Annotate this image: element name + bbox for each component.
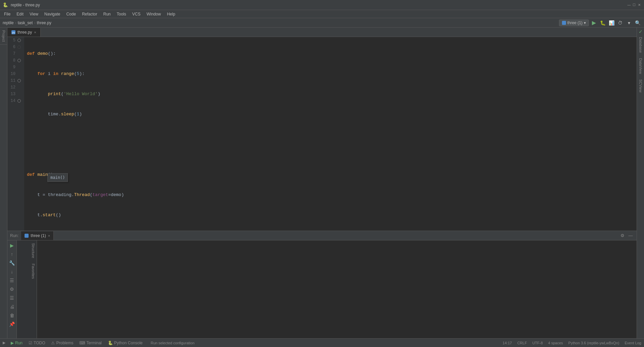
coverage-button[interactable]: 📊 bbox=[608, 19, 615, 27]
run-tab-three[interactable]: three (1) × bbox=[21, 231, 54, 240]
more-run-options[interactable]: ▾ bbox=[625, 19, 633, 27]
app-icon: 🐍 bbox=[3, 2, 8, 8]
database-label[interactable]: Database bbox=[639, 34, 643, 55]
dataview-label[interactable]: DataView bbox=[639, 55, 643, 77]
run-tab-close[interactable]: × bbox=[48, 234, 50, 238]
status-position[interactable]: 14:17 bbox=[502, 341, 512, 345]
search-everywhere-button[interactable]: 🔍 bbox=[634, 19, 641, 27]
menu-edit[interactable]: Edit bbox=[14, 11, 26, 17]
line-7: 7 bbox=[9, 50, 22, 57]
code-content[interactable]: def demo(): for i in range(5): print('He… bbox=[24, 37, 637, 231]
code-line-13: t.start() bbox=[27, 212, 634, 219]
favorites-label[interactable]: Favorites bbox=[17, 261, 37, 281]
status-message: Run selected configuration bbox=[151, 341, 194, 345]
menu-code[interactable]: Code bbox=[64, 11, 79, 17]
run-panel-settings[interactable]: ⚙ bbox=[619, 232, 626, 239]
status-encoding[interactable]: UTF-8 bbox=[532, 341, 543, 345]
sidebar-project[interactable]: Project bbox=[0, 28, 7, 45]
run-list-all-btn[interactable]: ☰ bbox=[8, 277, 16, 284]
run-tab-icon bbox=[25, 234, 29, 238]
menu-view[interactable]: View bbox=[27, 11, 41, 17]
menu-window[interactable]: Window bbox=[144, 11, 164, 17]
run-panel-minimize[interactable]: — bbox=[627, 232, 634, 239]
debug-button[interactable]: 🐛 bbox=[599, 19, 606, 27]
run-panel-label: Run: bbox=[10, 233, 18, 238]
run-wrench-btn[interactable]: 🔧 bbox=[8, 259, 16, 267]
run-config-area: three (1) ▾ ▶ 🐛 📊 ⏱ ▾ 🔍 bbox=[559, 19, 641, 27]
run-left-panel: Structure Favorites bbox=[17, 240, 37, 338]
menu-refactor[interactable]: Refactor bbox=[79, 11, 100, 17]
file-tab-three-py[interactable]: py three.py × bbox=[7, 28, 41, 37]
run-list-filter-btn[interactable]: ⚙ bbox=[8, 285, 16, 293]
status-left: ▶ ▶ Run ☑ TODO ⚠ Problems ⌨ Terminal 🐍 P… bbox=[3, 340, 145, 346]
profile-button[interactable]: ⏱ bbox=[616, 19, 624, 27]
panel-controls: ⚙ — bbox=[619, 232, 634, 239]
menu-file[interactable]: File bbox=[1, 11, 13, 17]
bottom-tab-run[interactable]: ▶ Run bbox=[8, 340, 25, 346]
run-config-name: three (1) bbox=[567, 21, 582, 25]
code-line-5: def demo(): bbox=[27, 50, 634, 57]
code-line-10 bbox=[27, 151, 634, 158]
scview-label[interactable]: SCView bbox=[639, 77, 643, 95]
run-config-dropdown-icon: ▾ bbox=[584, 21, 586, 25]
menu-run[interactable]: Run bbox=[100, 11, 113, 17]
run-pin-btn[interactable]: 📌 bbox=[8, 320, 16, 328]
bottom-tab-terminal[interactable]: ⌨ Terminal bbox=[77, 340, 104, 346]
status-indent[interactable]: 4 spaces bbox=[548, 341, 563, 345]
left-sidebar-panel: Project bbox=[0, 28, 7, 338]
breadcrumb-sep-2: › bbox=[34, 21, 35, 25]
line-9: 9 bbox=[9, 64, 22, 71]
run-trash-btn[interactable]: 🗑 bbox=[8, 312, 16, 319]
status-line-ending[interactable]: CRLF bbox=[517, 341, 527, 345]
status-interpreter[interactable]: Python 3.6 (reptile-ywLwBxQn) bbox=[568, 341, 619, 345]
code-line-6: for i in range(5): bbox=[27, 71, 634, 77]
run-panel: Run: three (1) × ⚙ — ▶ ↑ 🔧 bbox=[7, 231, 637, 338]
breadcrumb-taskset[interactable]: task_set bbox=[18, 21, 33, 25]
editor-area: py three.py × 5 6 7 bbox=[7, 28, 637, 338]
menu-vcs[interactable]: VCS bbox=[129, 11, 143, 17]
run-button[interactable]: ▶ bbox=[590, 19, 598, 27]
run-format-btn[interactable]: ☰ bbox=[8, 294, 16, 302]
line-6: 6 bbox=[9, 44, 22, 50]
line-10: 10 bbox=[9, 71, 22, 77]
close-window-btn[interactable]: ✕ bbox=[637, 3, 641, 7]
line-11: 11 bbox=[9, 77, 22, 84]
checkmark-icon: ✓ bbox=[639, 29, 643, 34]
bottom-tab-python-console[interactable]: 🐍 Python Console bbox=[105, 340, 146, 346]
maximize-window-btn[interactable]: ☐ bbox=[632, 3, 636, 7]
code-line-7: print('Hello World') bbox=[27, 91, 634, 98]
menu-navigate[interactable]: Navigate bbox=[42, 11, 63, 17]
line-5: 5 bbox=[9, 37, 22, 44]
status-event-log[interactable]: Event Log bbox=[625, 341, 641, 345]
title-bar: 🐍 reptile - three.py — ☐ ✕ bbox=[0, 0, 644, 10]
run-up-btn[interactable]: ↑ bbox=[8, 250, 16, 258]
run-play-btn[interactable]: ▶ bbox=[8, 242, 16, 249]
window-title: reptile - three.py bbox=[11, 3, 40, 7]
run-panel-body: ▶ ↑ 🔧 ↓ ☰ ⚙ ☰ 🖨 🗑 📌 Structure F bbox=[7, 240, 637, 338]
file-tabs: py three.py × bbox=[7, 28, 637, 37]
autocomplete-tooltip: main() bbox=[47, 173, 68, 182]
bottom-tab-todo[interactable]: ☑ TODO bbox=[26, 340, 48, 346]
run-config-selector[interactable]: three (1) ▾ bbox=[559, 20, 589, 26]
run-tab-name: three (1) bbox=[31, 233, 46, 238]
structure-label[interactable]: Structure bbox=[17, 240, 37, 261]
line-8: 8 bbox=[9, 57, 22, 64]
autocomplete-text: main() bbox=[50, 175, 65, 180]
window-controls: — ☐ ✕ bbox=[627, 3, 641, 7]
run-print-btn[interactable]: 🖨 bbox=[8, 303, 16, 310]
breadcrumb-file[interactable]: three.py bbox=[37, 21, 51, 25]
status-run-icon[interactable]: ▶ bbox=[3, 341, 5, 345]
line-numbers: 5 6 7 8 9 bbox=[7, 37, 24, 231]
file-tab-icon: py bbox=[11, 30, 15, 34]
minimize-window-btn[interactable]: — bbox=[627, 3, 631, 7]
run-panel-header: Run: three (1) × ⚙ — bbox=[7, 231, 637, 240]
menu-help[interactable]: Help bbox=[164, 11, 178, 17]
code-editor[interactable]: 5 6 7 8 9 bbox=[7, 37, 637, 231]
breadcrumb-reptile[interactable]: reptile bbox=[3, 21, 14, 25]
run-output bbox=[37, 240, 637, 338]
line-12: 12 bbox=[9, 84, 22, 91]
bottom-tab-problems[interactable]: ⚠ Problems bbox=[48, 340, 76, 346]
run-down-btn[interactable]: ↓ bbox=[8, 268, 16, 275]
menu-tools[interactable]: Tools bbox=[114, 11, 129, 17]
file-tab-close[interactable]: × bbox=[34, 30, 36, 34]
